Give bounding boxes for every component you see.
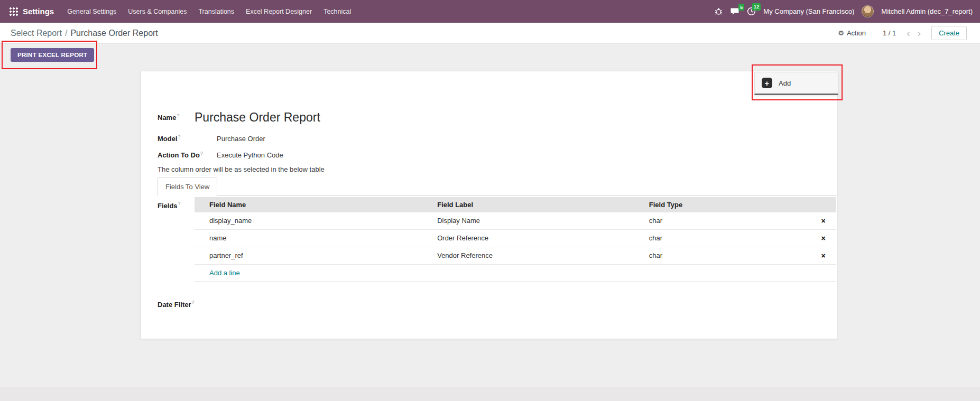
menu-excel-report-designer[interactable]: Excel Report Designer [240, 0, 318, 23]
action-menu-button[interactable]: ⚙ Action [838, 29, 866, 37]
column-field-type-header[interactable]: Field Type [644, 197, 811, 212]
menu-technical[interactable]: Technical [318, 0, 357, 23]
breadcrumb: Select Report / Purchase Order Report [11, 29, 158, 38]
navbar-menu: General Settings Users & Companies Trans… [61, 0, 357, 23]
model-field-label: Model? [158, 134, 217, 143]
add-menu-label: Add [779, 79, 791, 87]
menu-translations[interactable]: Translations [192, 0, 240, 23]
navbar-right: 5 12 My Company (San Francisco) Mitchell… [715, 5, 973, 17]
breadcrumb-parent-link[interactable]: Select Report [11, 29, 62, 38]
pager-value: 1 / 1 [883, 29, 896, 37]
help-marker-icon: ? [200, 151, 203, 156]
create-button[interactable]: Create [931, 26, 967, 40]
screen: Settings General Settings Users & Compan… [0, 0, 980, 401]
activities-clock-icon[interactable]: 12 [747, 7, 756, 16]
model-field-row: Model? Purchase Order [141, 134, 837, 143]
name-field-label: Name? [158, 113, 195, 122]
activities-count-badge: 12 [752, 3, 761, 11]
delete-row-icon[interactable]: × [821, 234, 826, 243]
date-filter-field-row: Date Filter? [141, 300, 837, 309]
add-menu-item[interactable]: + Add [754, 72, 838, 95]
pager-previous-icon[interactable]: ‹ [907, 28, 910, 38]
table-row[interactable]: partner_ref Vendor Reference char × [195, 247, 836, 264]
action-to-do-label-text: Action To Do [158, 152, 200, 160]
plus-icon: + [762, 78, 772, 88]
name-field-row: Name? Purchase Order Report [141, 110, 837, 125]
cell-field-type[interactable]: char [644, 247, 811, 264]
menu-general-settings[interactable]: General Settings [61, 0, 122, 23]
user-menu[interactable]: Mitchell Admin (dec_7_report) [881, 7, 973, 15]
user-avatar[interactable] [862, 5, 874, 17]
form-sheet: Name? Purchase Order Report Model? Purch… [140, 71, 837, 339]
tab-fields-to-view[interactable]: Fields To View [158, 178, 217, 196]
name-label-text: Name [158, 114, 176, 122]
top-navbar: Settings General Settings Users & Compan… [0, 0, 980, 23]
gear-icon: ⚙ [838, 29, 844, 37]
fields-section: Fields? Field Name Field Label Field Typ… [141, 197, 837, 282]
menu-users-companies[interactable]: Users & Companies [122, 0, 192, 23]
column-order-helper-text: The column order will be as selected in … [141, 165, 837, 173]
messages-count-badge: 5 [738, 4, 744, 11]
cell-field-type[interactable]: char [644, 229, 811, 247]
cell-field-label[interactable]: Vendor Reference [432, 247, 644, 264]
help-marker-icon: ? [192, 300, 195, 305]
add-a-line-link[interactable]: Add a line [195, 264, 836, 281]
bottom-band [0, 387, 980, 401]
control-panel-right: ⚙ Action 1 / 1 ‹ › Create [838, 26, 967, 40]
cell-field-name[interactable]: name [195, 229, 432, 247]
fields-table: Field Name Field Label Field Type displa… [195, 197, 836, 282]
cell-field-type[interactable]: char [644, 212, 811, 230]
company-switcher[interactable]: My Company (San Francisco) [763, 7, 854, 15]
app-name[interactable]: Settings [23, 7, 54, 16]
action-to-do-field-label: Action To Do? [158, 151, 217, 159]
model-field-value[interactable]: Purchase Order [217, 135, 265, 143]
control-panel: Select Report / Purchase Order Report ⚙ … [0, 23, 980, 44]
model-label-text: Model [158, 135, 178, 143]
column-field-label-header[interactable]: Field Label [432, 197, 644, 212]
fields-table-wrap: Field Name Field Label Field Type displa… [195, 197, 836, 282]
add-line-row: Add a line [195, 264, 836, 281]
fields-label-text: Fields [158, 202, 178, 210]
column-field-name-header[interactable]: Field Name [195, 197, 432, 212]
column-delete-header [810, 197, 836, 212]
delete-row-icon[interactable]: × [821, 251, 826, 260]
action-menu-label: Action [847, 29, 866, 37]
action-to-do-field-value[interactable]: Execute Python Code [217, 151, 283, 159]
breadcrumb-current: Purchase Order Report [70, 29, 158, 38]
notebook-tabbar: Fields To View [158, 178, 837, 196]
help-marker-icon: ? [177, 113, 179, 118]
action-to-do-field-row: Action To Do? Execute Python Code [141, 151, 837, 159]
pager-controls: ‹ › [907, 28, 921, 38]
print-excel-report-button[interactable]: PRINT EXCEL REPORT [11, 48, 94, 62]
help-marker-icon: ? [178, 201, 181, 206]
table-row[interactable]: name Order Reference char × [195, 229, 836, 247]
table-row[interactable]: display_name Display Name char × [195, 212, 836, 230]
breadcrumb-separator: / [65, 29, 67, 38]
delete-row-icon[interactable]: × [821, 217, 826, 225]
apps-menu-icon[interactable] [9, 7, 18, 16]
date-filter-field-label: Date Filter? [158, 301, 195, 309]
navbar-left: Settings General Settings Users & Compan… [6, 0, 357, 23]
help-marker-icon: ? [178, 134, 181, 139]
cell-field-label[interactable]: Order Reference [432, 229, 644, 247]
fields-field-label: Fields? [158, 197, 195, 282]
pager-next-icon[interactable]: › [918, 28, 921, 38]
cell-field-name[interactable]: partner_ref [195, 247, 432, 264]
date-filter-label-text: Date Filter [158, 301, 191, 309]
bug-icon[interactable] [715, 7, 723, 15]
name-field-value[interactable]: Purchase Order Report [195, 110, 320, 125]
cell-field-label[interactable]: Display Name [432, 212, 644, 230]
fields-table-header-row: Field Name Field Label Field Type [195, 197, 836, 212]
messages-icon[interactable]: 5 [730, 7, 739, 16]
cell-field-name[interactable]: display_name [195, 212, 432, 230]
